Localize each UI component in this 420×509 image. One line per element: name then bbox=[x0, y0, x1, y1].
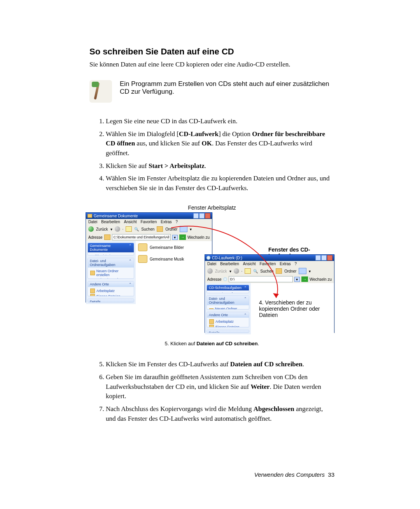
search-button[interactable]: Suchen bbox=[260, 269, 273, 273]
task-link[interactable]: Was ist ein freigegebener Ordner? bbox=[90, 254, 131, 255]
task-link[interactable]: Arbeitsplatz bbox=[209, 319, 247, 324]
titlebar: Gemeinsame Dokumente bbox=[86, 213, 212, 219]
maximize-button[interactable] bbox=[199, 213, 205, 219]
address-label: Adresse bbox=[88, 235, 103, 240]
step-4: Wählen Sie im Fenster Arbeitsplatz die z… bbox=[106, 174, 334, 193]
cd-icon bbox=[206, 256, 210, 260]
address-bar: Adresse ▾ → Wechseln zu bbox=[205, 275, 334, 283]
minimize-button[interactable] bbox=[315, 255, 321, 261]
folder-icon bbox=[138, 243, 147, 251]
annotation-4: 4. Verschieben der zu kopierenden Ordner… bbox=[259, 299, 329, 318]
task-link[interactable]: Ordner im Web veröffentlichen bbox=[90, 277, 131, 279]
up-icon[interactable] bbox=[245, 268, 251, 274]
task-link[interactable]: Eigene Dateien bbox=[90, 294, 131, 296]
menubar: Datei Bearbeiten Ansicht Favoriten Extra… bbox=[205, 261, 334, 267]
go-button[interactable]: → bbox=[179, 234, 186, 240]
window-controls bbox=[193, 213, 210, 219]
task-block: Andere Orte⌃ Arbeitsplatz Eigene Dateien… bbox=[206, 312, 249, 327]
folders-icon[interactable] bbox=[276, 268, 282, 274]
window-title: Gemeinsame Dokumente bbox=[94, 214, 138, 218]
views-button[interactable] bbox=[180, 226, 187, 232]
folder-icon bbox=[104, 234, 110, 240]
folder-item[interactable]: Gemeinsame Musik bbox=[138, 255, 210, 263]
close-button[interactable] bbox=[205, 213, 210, 219]
task-header[interactable]: CD-Schreibaufgaben⌃ bbox=[207, 285, 249, 290]
maximize-button[interactable] bbox=[321, 255, 327, 261]
folder-icon bbox=[138, 255, 147, 263]
note-text: Ein Programm zum Erstellen von CDs steht… bbox=[120, 80, 334, 103]
window-arbeitsplatz: Gemeinsame Dokumente Datei Bearbeiten An… bbox=[86, 212, 212, 303]
task-header[interactable]: Gemeinsame Dokumente⌃ bbox=[88, 243, 134, 252]
menu-item[interactable]: Ansicht bbox=[124, 220, 137, 224]
task-link[interactable]: Neuen Ordner erstellen bbox=[209, 306, 247, 310]
menu-item[interactable]: ? bbox=[176, 220, 178, 224]
views-button[interactable] bbox=[299, 268, 306, 274]
window-body: Gemeinsame Dokumente⌃ Was ist ein freige… bbox=[86, 241, 212, 304]
menu-item[interactable]: Bearbeiten bbox=[101, 220, 120, 224]
menu-item[interactable]: Favoriten bbox=[141, 220, 157, 224]
chevron-down-icon: ⌄ bbox=[244, 331, 247, 333]
window-cd-laufwerk: CD-Laufwerk (D:) Datei Bearbeiten Ansich… bbox=[205, 254, 334, 333]
task-header[interactable]: Datei- und Ordneraufgaben⌃ bbox=[88, 258, 134, 268]
chevron-icon: ⌃ bbox=[244, 286, 247, 290]
forward-icon[interactable] bbox=[234, 268, 239, 274]
step-5: Klicken Sie im Fenster des CD-Laufwerks … bbox=[106, 360, 334, 369]
menu-item[interactable]: Bearbeiten bbox=[220, 262, 239, 266]
pencil-note-icon bbox=[89, 80, 112, 103]
task-pane: CD-Schreibaufgaben⌃ Dateien auf CD schre… bbox=[205, 283, 251, 334]
task-link-write-cd[interactable]: Dateien auf CD schreiben bbox=[209, 292, 247, 293]
address-dropdown[interactable]: ▾ bbox=[172, 235, 178, 240]
back-icon[interactable] bbox=[88, 226, 94, 232]
chevron-icon: ⌃ bbox=[129, 259, 132, 267]
task-header[interactable]: Andere Orte⌃ bbox=[88, 282, 134, 287]
folders-button[interactable]: Ordner bbox=[284, 269, 296, 273]
go-label[interactable]: Wechseln zu bbox=[310, 277, 332, 282]
menubar: Datei Bearbeiten Ansicht Favoriten Extra… bbox=[86, 219, 212, 225]
figure-label-1: Fenster Arbeitsplatz bbox=[89, 205, 334, 211]
task-link[interactable]: Arbeitsplatz bbox=[90, 288, 131, 294]
search-button[interactable]: Suchen bbox=[141, 227, 154, 231]
task-header[interactable]: Datei- und Ordneraufgaben⌃ bbox=[207, 296, 249, 305]
go-label[interactable]: Wechseln zu bbox=[187, 235, 210, 240]
task-header[interactable]: Details⌄ bbox=[88, 299, 134, 303]
back-label[interactable]: Zurück bbox=[96, 227, 108, 231]
chevron-down-icon: ⌄ bbox=[129, 300, 132, 303]
forward-icon[interactable] bbox=[115, 226, 120, 232]
menu-item[interactable]: Ansicht bbox=[243, 262, 256, 266]
back-icon[interactable] bbox=[207, 268, 213, 274]
task-block: Details⌄ bbox=[206, 330, 249, 333]
task-header[interactable]: Andere Orte⌃ bbox=[207, 312, 249, 318]
menu-item[interactable]: ? bbox=[295, 262, 297, 266]
task-header[interactable]: Details⌄ bbox=[207, 330, 249, 333]
folder-item[interactable]: Gemeinsame Bilder bbox=[138, 243, 210, 251]
toolbar: Zurück ▾ · 🔍Suchen Ordner ▾ bbox=[86, 225, 212, 233]
page-footer: Verwenden des Computers 33 bbox=[254, 471, 334, 478]
go-button[interactable]: → bbox=[301, 276, 308, 282]
chevron-icon: ⌃ bbox=[244, 297, 247, 304]
address-dropdown[interactable]: ▾ bbox=[294, 277, 300, 282]
step-7: Nach Abschluss des Kopiervorgangs wird d… bbox=[106, 404, 334, 423]
menu-item[interactable]: Datei bbox=[88, 220, 97, 224]
folders-button[interactable]: Ordner bbox=[165, 227, 177, 231]
task-link[interactable]: Neuen Ordner erstellen bbox=[90, 269, 131, 277]
task-block: Datei- und Ordneraufgaben⌃ Neuen Ordner … bbox=[206, 296, 249, 310]
up-icon[interactable] bbox=[126, 226, 132, 232]
window-controls bbox=[315, 255, 332, 261]
close-button[interactable] bbox=[327, 255, 332, 261]
menu-item[interactable]: Extras bbox=[280, 262, 290, 266]
menu-item[interactable]: Favoriten bbox=[260, 262, 276, 266]
address-input[interactable] bbox=[229, 276, 293, 282]
toolbar: Zurück ▾ · 🔍Suchen Ordner ▾ bbox=[205, 267, 334, 275]
task-block: Gemeinsame Dokumente⌃ Was ist ein freige… bbox=[88, 243, 134, 255]
address-input[interactable] bbox=[112, 234, 171, 240]
minimize-button[interactable] bbox=[193, 213, 199, 219]
menu-item[interactable]: Extras bbox=[161, 220, 172, 224]
step-3: Klicken Sie auf Start > Arbeitsplatz. bbox=[106, 161, 334, 171]
back-label[interactable]: Zurück bbox=[215, 269, 227, 273]
window-title: CD-Laufwerk (D:) bbox=[212, 256, 242, 260]
folders-icon[interactable] bbox=[157, 226, 163, 232]
note-block: Ein Programm zum Erstellen von CDs steht… bbox=[89, 80, 334, 103]
task-link[interactable]: Eigene Dateien bbox=[209, 324, 247, 327]
menu-item[interactable]: Datei bbox=[207, 262, 216, 266]
screenshot-group: Gemeinsame Dokumente Datei Bearbeiten An… bbox=[89, 212, 334, 337]
